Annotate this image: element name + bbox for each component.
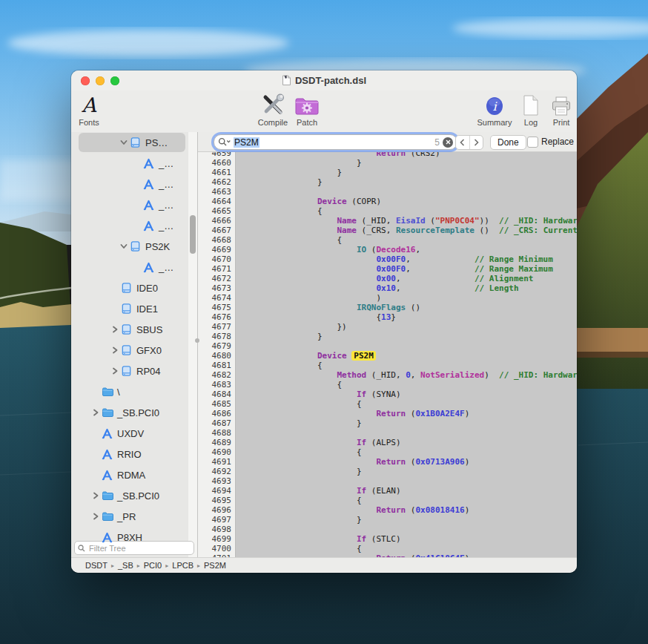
code-line[interactable]: 4697 }	[198, 515, 577, 525]
code-line[interactable]: 4673 0x10, // Length	[198, 283, 577, 293]
breadcrumb-item[interactable]: PCI0	[144, 561, 162, 570]
breadcrumb-item[interactable]: _SB	[118, 561, 133, 570]
chevron-right-icon[interactable]	[90, 511, 101, 522]
splitter-handle[interactable]	[195, 338, 199, 343]
print-button[interactable]: Print	[538, 92, 577, 127]
next-match-button[interactable]	[469, 136, 483, 149]
tree-item[interactable]: GFX0	[71, 340, 188, 361]
code-line[interactable]: 4687 }	[198, 418, 577, 428]
tree-item[interactable]: PS2K	[71, 236, 188, 257]
chevron-right-icon[interactable]	[90, 407, 101, 418]
patch-button[interactable]: Patch	[283, 92, 331, 127]
code-line[interactable]: 4693	[198, 476, 577, 486]
filter-tree-field[interactable]	[74, 541, 194, 555]
code-line[interactable]: 4667 Name (_CRS, ResourceTemplate () // …	[198, 226, 577, 235]
code-line[interactable]: 4663	[198, 187, 577, 197]
code-line[interactable]: 4676 {13}	[198, 312, 577, 322]
minimize-button[interactable]	[96, 76, 105, 85]
chevron-right-icon[interactable]	[110, 345, 120, 355]
tree-item[interactable]: \	[71, 381, 188, 402]
tree-item[interactable]: RP04	[71, 361, 188, 381]
close-button[interactable]	[81, 76, 90, 85]
code-line[interactable]: 4660 }	[198, 158, 577, 168]
code-editor[interactable]: 4659 Return (CRS2)4660 }4661 }4662 }4663…	[198, 152, 577, 557]
tree-item[interactable]: _…	[71, 194, 188, 215]
tree-item[interactable]: RRIO	[71, 444, 188, 464]
replace-checkbox[interactable]	[527, 137, 538, 148]
sidebar-scrollbar-thumb[interactable]	[190, 215, 196, 254]
code-line[interactable]: 4662 }	[198, 177, 577, 187]
code-line[interactable]: 4688	[198, 428, 577, 438]
code-line[interactable]: 4665 {	[198, 206, 577, 216]
chevron-right-icon[interactable]	[110, 366, 120, 376]
code-line[interactable]: 4689 If (ALPS)	[198, 438, 577, 447]
tree-item[interactable]: _…	[71, 257, 188, 277]
code-line[interactable]: 4672 0x00, // Alignment	[198, 274, 577, 283]
code-line[interactable]: 4683 {	[198, 380, 577, 390]
chevron-right-icon[interactable]	[90, 490, 101, 501]
code-line[interactable]: 4677 })	[198, 322, 577, 332]
breadcrumb-item[interactable]: PS2M	[204, 561, 226, 570]
tree-item[interactable]: IDE0	[71, 277, 188, 298]
breadcrumb-item[interactable]: DSDT	[85, 561, 108, 570]
code-line[interactable]: 4696 Return (0x08018416)	[198, 505, 577, 515]
sidebar-scrollbar-track[interactable]	[188, 132, 197, 557]
code-line[interactable]: 4694 If (ELAN)	[198, 486, 577, 496]
line-number: 4701	[198, 553, 235, 557]
code-line[interactable]: 4675 IRQNoFlags ()	[198, 303, 577, 312]
line-number: 4676	[198, 312, 235, 322]
breadcrumb-item[interactable]: LPCB	[172, 561, 194, 570]
tree-item[interactable]: _SB.PCI0	[71, 485, 188, 506]
clear-search-button[interactable]	[443, 137, 453, 148]
code-text: }	[235, 418, 362, 428]
code-line[interactable]: 4701 Return (0x41C18C4F)	[198, 553, 577, 557]
tree-item[interactable]: _SB.PCI0	[71, 402, 188, 423]
code-line[interactable]: 4678 }	[198, 332, 577, 341]
code-token: IRQNoFlags	[357, 303, 406, 312]
code-line[interactable]: 4669 IO (Decode16,	[198, 245, 577, 254]
code-line[interactable]: 4679	[198, 341, 577, 351]
tree-item[interactable]: PS…	[71, 132, 188, 153]
fonts-button[interactable]: A Fonts	[71, 92, 113, 127]
code-line[interactable]: 4695 {	[198, 496, 577, 505]
code-line[interactable]: 4700 {	[198, 544, 577, 553]
line-number: 4699	[198, 534, 235, 544]
code-line[interactable]: 4684 If (SYNA)	[198, 390, 577, 399]
code-line[interactable]: 4685 {	[198, 399, 577, 409]
code-line[interactable]: 4699 If (STLC)	[198, 534, 577, 544]
code-line[interactable]: 4664 Device (COPR)	[198, 197, 577, 206]
find-input[interactable]: PS2M 5	[214, 134, 457, 150]
code-line[interactable]: 4659 Return (CRS2)	[198, 152, 577, 158]
code-line[interactable]: 4661 }	[198, 168, 577, 177]
tree-item[interactable]: SBUS	[71, 319, 188, 340]
done-button[interactable]: Done	[490, 135, 526, 150]
code-line[interactable]: 4670 0x00F0, // Range Minimum	[198, 254, 577, 264]
tree-item[interactable]: _…	[71, 153, 188, 174]
filter-tree-input[interactable]	[87, 543, 191, 553]
chevron-down-icon[interactable]	[119, 241, 129, 252]
tree-item[interactable]: _PR	[71, 506, 188, 527]
tree-item[interactable]: RDMA	[71, 464, 188, 485]
chevron-down-icon[interactable]	[119, 137, 129, 148]
chevron-right-icon[interactable]	[110, 324, 120, 335]
code-line[interactable]: 4682 Method (_HID, 0, NotSerialized) // …	[198, 370, 577, 380]
code-line[interactable]: 4680 Device PS2M	[198, 351, 577, 361]
tree-item[interactable]: _…	[71, 174, 188, 194]
code-line[interactable]: 4690 {	[198, 447, 577, 457]
tree-item[interactable]: UXDV	[71, 423, 188, 444]
search-menu-icon[interactable]	[218, 137, 231, 147]
code-line[interactable]: 4671 0x00F0, // Range Maximum	[198, 264, 577, 274]
previous-match-button[interactable]	[456, 136, 469, 149]
code-line[interactable]: 4692 }	[198, 467, 577, 476]
code-line[interactable]: 4686 Return (0x1B0A2E4F)	[198, 409, 577, 418]
code-line[interactable]: 4691 Return (0x0713A906)	[198, 457, 577, 467]
code-line[interactable]: 4666 Name (_HID, EisaId ("PNP0C04")) // …	[198, 216, 577, 226]
code-line[interactable]: 4674 )	[198, 293, 577, 303]
zoom-button[interactable]	[110, 76, 119, 85]
tree-item[interactable]: _…	[71, 215, 188, 236]
tree-item[interactable]: IDE1	[71, 298, 188, 319]
code-line[interactable]: 4668 {	[198, 235, 577, 245]
code-line[interactable]: 4698	[198, 525, 577, 534]
code-line[interactable]: 4681 {	[198, 361, 577, 370]
title-bar[interactable]: DSDT-patch.dsl	[71, 70, 577, 91]
